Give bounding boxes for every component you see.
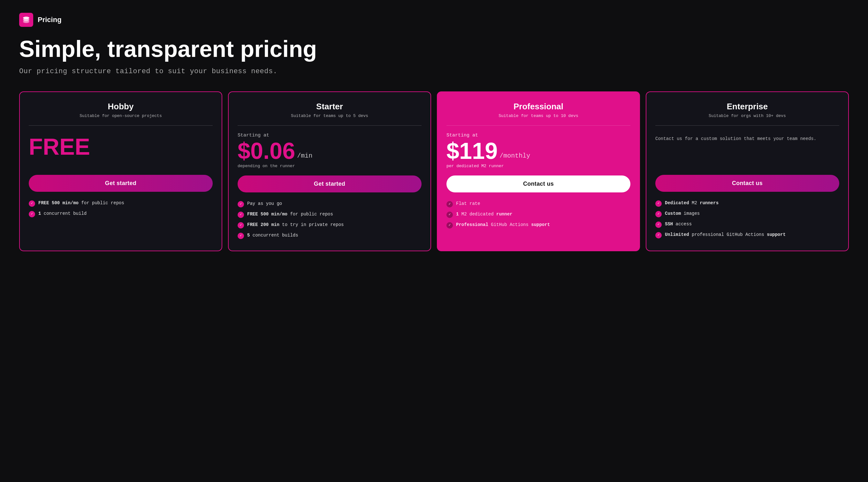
plan-name-enterprise: Enterprise — [655, 102, 839, 112]
feature-item: FREE 500 min/mo for public repos — [238, 211, 422, 218]
price-section-professional: Starting at $119 /monthly per dedicated … — [446, 133, 630, 168]
feature-item: Custom images — [655, 210, 839, 217]
plan-header-professional: Professional Suitable for teams up to 10… — [446, 102, 630, 125]
feature-text: Dedicated M2 runners — [665, 200, 718, 206]
feature-text: FREE 200 min to try in private repos — [247, 222, 344, 228]
price-amount: $0.06 — [238, 139, 295, 162]
plan-header-enterprise: Enterprise Suitable for orgs with 10+ de… — [655, 102, 839, 125]
check-icon — [446, 201, 453, 207]
feature-text: Pay as you go — [247, 201, 282, 207]
cta-button-professional[interactable]: Contact us — [446, 175, 630, 192]
plan-card-starter: Starter Suitable for teams up to 5 devs … — [228, 91, 431, 251]
check-icon — [655, 222, 662, 228]
svg-point-3 — [23, 21, 29, 23]
feature-text: Custom images — [665, 210, 700, 217]
pricing-grid: Hobby Suitable for open-source projects … — [19, 91, 849, 251]
feature-item: Flat rate — [446, 201, 630, 207]
price-section-enterprise: Contact us for a custom solution that me… — [655, 133, 839, 168]
plan-name-hobby: Hobby — [29, 102, 213, 112]
feature-text: Professional GitHub Actions support — [456, 222, 550, 228]
page-tag: Pricing — [38, 16, 62, 24]
plan-desc-hobby: Suitable for open-source projects — [29, 113, 213, 118]
feature-text: 1 concurrent build — [38, 210, 87, 217]
plan-desc-professional: Suitable for teams up to 10 devs — [446, 113, 630, 118]
feature-item: Dedicated M2 runners — [655, 200, 839, 207]
plan-card-enterprise: Enterprise Suitable for orgs with 10+ de… — [646, 91, 849, 251]
hero-title: Simple, transparent pricing — [19, 36, 849, 62]
plan-header-starter: Starter Suitable for teams up to 5 devs — [238, 102, 422, 125]
feature-item: 1 concurrent build — [29, 210, 213, 217]
check-icon — [655, 211, 662, 217]
check-icon — [238, 201, 244, 207]
page-header: Pricing — [19, 13, 849, 27]
price-section-starter: Starting at $0.06 /min depending on the … — [238, 133, 422, 168]
plan-name-professional: Professional — [446, 102, 630, 112]
feature-text: Unlimited professional GitHub Actions su… — [665, 232, 785, 238]
starting-at-label: Starting at — [238, 133, 422, 138]
plan-header-hobby: Hobby Suitable for open-source projects — [29, 102, 213, 125]
feature-text: FREE 500 min/mo for public repos — [38, 200, 124, 206]
features-list-professional: Flat rate 1 M2 dedicated runner Professi… — [446, 201, 630, 229]
features-list-enterprise: Dedicated M2 runners Custom images SSH a… — [655, 200, 839, 238]
feature-item: Pay as you go — [238, 201, 422, 207]
price-amount: $119 — [446, 139, 498, 162]
plan-card-professional: Professional Suitable for teams up to 10… — [437, 91, 640, 251]
price-note: per dedicated M2 runner — [446, 164, 630, 168]
price-unit: /monthly — [499, 153, 530, 162]
check-icon — [446, 211, 453, 218]
plan-desc-starter: Suitable for teams up to 5 devs — [238, 113, 422, 118]
feature-text: 1 M2 dedicated runner — [456, 211, 512, 218]
feature-text: 5 concurrent builds — [247, 232, 298, 239]
check-icon — [238, 222, 244, 229]
logo-icon — [19, 13, 33, 27]
features-list-hobby: FREE 500 min/mo for public repos 1 concu… — [29, 200, 213, 217]
plan-desc-enterprise: Suitable for orgs with 10+ devs — [655, 113, 839, 118]
feature-item: Professional GitHub Actions support — [446, 222, 630, 229]
cta-button-enterprise[interactable]: Contact us — [655, 175, 839, 192]
price-unit: /min — [297, 153, 312, 162]
price-note: depending on the runner — [238, 164, 422, 168]
features-list-starter: Pay as you go FREE 500 min/mo for public… — [238, 201, 422, 239]
feature-item: SSH access — [655, 221, 839, 228]
cta-button-starter[interactable]: Get started — [238, 175, 422, 192]
feature-item: 1 M2 dedicated runner — [446, 211, 630, 218]
feature-item: FREE 200 min to try in private repos — [238, 222, 422, 229]
check-icon — [238, 211, 244, 218]
check-icon — [238, 233, 244, 239]
feature-text: FREE 500 min/mo for public repos — [247, 211, 333, 218]
feature-item: Unlimited professional GitHub Actions su… — [655, 232, 839, 238]
plan-name-starter: Starter — [238, 102, 422, 112]
check-icon — [446, 222, 453, 229]
check-icon — [29, 211, 35, 217]
price-main: $0.06 /min — [238, 139, 422, 162]
free-price: FREE — [29, 135, 213, 158]
check-icon — [655, 200, 662, 207]
price-section-hobby: FREE — [29, 133, 213, 168]
price-main: $119 /monthly — [446, 139, 630, 162]
check-icon — [29, 200, 35, 207]
feature-text: SSH access — [665, 221, 692, 228]
check-icon — [655, 232, 662, 238]
hero-subtitle: Our pricing structure tailored to suit y… — [19, 67, 849, 76]
plan-card-hobby: Hobby Suitable for open-source projects … — [19, 91, 222, 251]
feature-item: 5 concurrent builds — [238, 232, 422, 239]
cta-button-hobby[interactable]: Get started — [29, 175, 213, 192]
starting-at-label: Starting at — [446, 133, 630, 138]
enterprise-contact-text: Contact us for a custom solution that me… — [655, 135, 839, 164]
feature-item: FREE 500 min/mo for public repos — [29, 200, 213, 207]
feature-text: Flat rate — [456, 201, 480, 207]
